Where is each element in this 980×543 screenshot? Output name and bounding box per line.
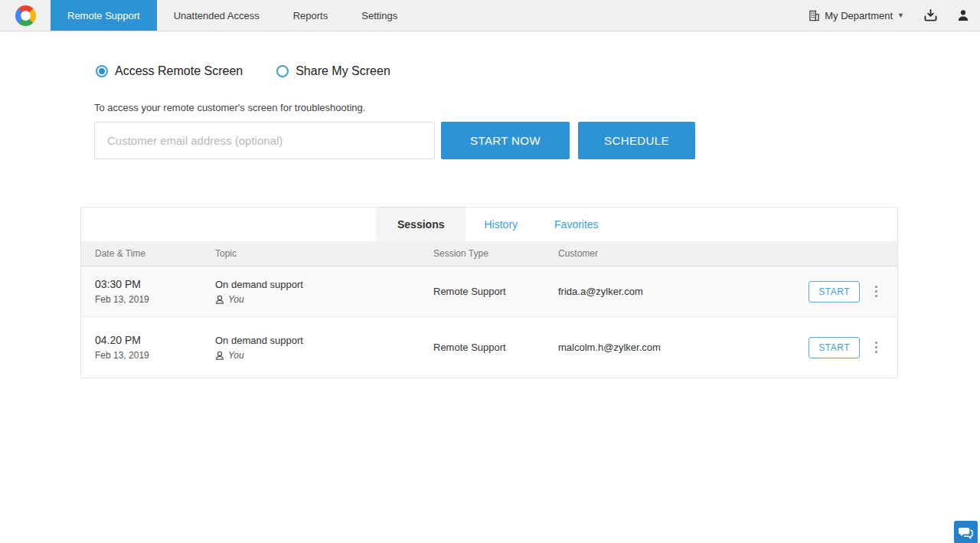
technician-icon — [215, 351, 224, 360]
customer-email: frida.a@zylker.com — [558, 286, 765, 297]
department-selector[interactable]: My Department ▼ — [808, 10, 904, 21]
column-header-date-time: Date & Time — [95, 248, 215, 259]
tab-sessions[interactable]: Sessions — [376, 208, 466, 241]
radio-label: Access Remote Screen — [115, 64, 243, 78]
primary-nav: Remote Support Unattended Access Reports… — [51, 0, 414, 31]
multicolor-ring-logo-icon — [15, 5, 36, 26]
session-time: 04.20 PM — [95, 334, 215, 346]
topbar-right-controls: My Department ▼ — [808, 0, 980, 31]
table-row: 04.20 PM Feb 13, 2019 On demand support … — [81, 317, 897, 378]
radio-unselected-icon — [276, 65, 289, 77]
start-session-button[interactable]: START — [808, 337, 860, 358]
radio-share-my-screen[interactable]: Share My Screen — [276, 64, 390, 78]
chat-launcher-button[interactable] — [954, 521, 978, 543]
column-header-customer: Customer — [558, 248, 765, 259]
radio-access-remote-screen[interactable]: Access Remote Screen — [96, 64, 243, 78]
session-type: Remote Support — [433, 286, 558, 297]
top-navigation-bar: Remote Support Unattended Access Reports… — [0, 0, 980, 31]
department-label: My Department — [825, 10, 893, 21]
chevron-down-icon: ▼ — [897, 11, 904, 19]
user-account-button[interactable] — [957, 9, 969, 21]
customer-email: malcolm.h@zylker.com — [558, 342, 765, 353]
row-more-options-icon[interactable] — [872, 283, 880, 300]
sessions-table-header: Date & Time Topic Session Type Customer — [81, 241, 897, 267]
building-icon — [808, 10, 820, 21]
column-header-topic: Topic — [215, 248, 433, 259]
technician-icon — [215, 295, 224, 304]
session-topic: On demand support — [215, 335, 433, 346]
app-logo[interactable] — [0, 0, 51, 31]
chat-bubbles-icon — [959, 526, 973, 539]
start-session-button[interactable]: START — [808, 281, 860, 303]
schedule-button[interactable]: SCHEDULE — [578, 122, 695, 159]
session-type: Remote Support — [433, 342, 558, 353]
column-header-session-type: Session Type — [433, 248, 558, 259]
nav-item-settings[interactable]: Settings — [345, 0, 414, 31]
tab-history[interactable]: History — [466, 208, 536, 241]
person-icon — [957, 9, 969, 21]
nav-item-reports[interactable]: Reports — [276, 0, 345, 31]
download-tray-icon — [924, 9, 937, 21]
form-description-text: To access your remote customer's screen … — [94, 102, 365, 113]
nav-item-unattended-access[interactable]: Unattended Access — [157, 0, 276, 31]
customer-email-input[interactable] — [94, 122, 435, 159]
session-mode-radio-group: Access Remote Screen Share My Screen — [96, 64, 424, 78]
technician-name: You — [228, 294, 244, 305]
session-date: Feb 13, 2019 — [95, 294, 215, 305]
radio-selected-icon — [96, 65, 108, 77]
download-button[interactable] — [924, 9, 937, 21]
session-time: 03:30 PM — [95, 278, 215, 290]
row-more-options-icon[interactable] — [872, 339, 880, 356]
tab-favorites[interactable]: Favorites — [536, 208, 617, 241]
table-row: 03:30 PM Feb 13, 2019 On demand support … — [81, 267, 897, 317]
start-now-button[interactable]: START NOW — [441, 122, 570, 159]
sessions-tab-bar: Sessions History Favorites — [81, 208, 897, 241]
sessions-card: Sessions History Favorites Date & Time T… — [80, 207, 898, 378]
session-date: Feb 13, 2019 — [95, 350, 215, 361]
session-topic: On demand support — [215, 279, 433, 290]
technician-name: You — [228, 350, 244, 361]
nav-item-remote-support[interactable]: Remote Support — [51, 0, 157, 31]
radio-label: Share My Screen — [296, 64, 390, 78]
